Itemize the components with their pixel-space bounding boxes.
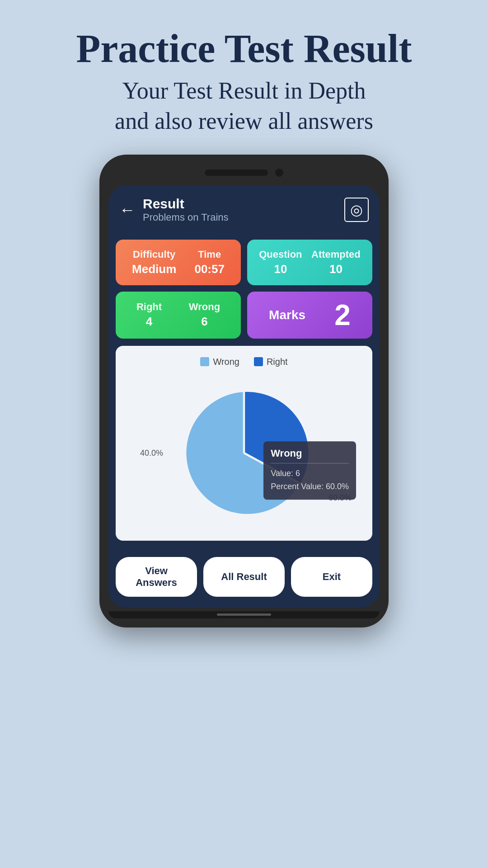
wrong-value: 6	[189, 315, 220, 329]
phone-speaker	[205, 170, 268, 176]
legend-wrong: Wrong	[200, 357, 239, 367]
phone-front-camera	[275, 169, 283, 177]
screenshot-icon[interactable]: ◎	[344, 198, 369, 222]
question-attempted-card: Question 10 Attempted 10	[247, 240, 372, 285]
pie-chart-area: 40.0%	[123, 376, 365, 530]
tooltip-value: Value: 6	[271, 467, 349, 480]
phone-notch	[108, 164, 380, 182]
header-title: Result	[143, 196, 229, 212]
attempted-value: 10	[311, 262, 361, 276]
phone-home-bar	[108, 611, 380, 618]
legend-right: Right	[254, 357, 288, 367]
page-subtitle: Your Test Result in Depth and also revie…	[76, 75, 412, 137]
tooltip-title: Wrong	[271, 448, 349, 463]
phone-mockup: ← Result Problems on Trains ◎ Difficulty…	[99, 155, 389, 627]
question-value: 10	[259, 262, 302, 276]
difficulty-value: Medium	[132, 262, 176, 276]
home-bar-line	[217, 613, 271, 616]
all-result-button[interactable]: All Result	[203, 557, 285, 597]
marks-label: Marks	[269, 308, 305, 322]
time-value: 00:57	[194, 262, 225, 276]
bottom-buttons: ViewAnswers All Result Exit	[108, 548, 380, 608]
marks-stat: Marks	[269, 308, 305, 322]
phone-screen: ← Result Problems on Trains ◎ Difficulty…	[108, 185, 380, 608]
attempted-label: Attempted	[311, 249, 361, 260]
legend-wrong-label: Wrong	[213, 357, 239, 367]
right-wrong-card: Right 4 Wrong 6	[116, 292, 241, 339]
right-label: Right	[136, 301, 162, 313]
attempted-stat: Attempted 10	[311, 249, 361, 276]
wrong-label: Wrong	[189, 301, 220, 313]
difficulty-label: Difficulty	[132, 249, 176, 260]
chart-tooltip: Wrong Value: 6 Percent Value: 60.0%	[263, 441, 356, 500]
app-header: ← Result Problems on Trains ◎	[108, 185, 380, 232]
header-left: ← Result Problems on Trains	[119, 196, 229, 223]
question-stat: Question 10	[259, 249, 302, 276]
chart-container: Wrong Right 40.0%	[116, 346, 372, 541]
question-label: Question	[259, 249, 302, 260]
header-subtitle: Problems on Trains	[143, 212, 229, 223]
header-title-block: Result Problems on Trains	[143, 196, 229, 223]
tooltip-percent: Percent Value: 60.0%	[271, 480, 349, 493]
exit-button[interactable]: Exit	[291, 557, 372, 597]
back-button[interactable]: ←	[119, 202, 136, 218]
view-answers-button[interactable]: ViewAnswers	[116, 557, 197, 597]
difficulty-time-card: Difficulty Medium Time 00:57	[116, 240, 241, 285]
page-header: Practice Test Result Your Test Result in…	[40, 0, 448, 155]
right-percent-label: 40.0%	[140, 448, 163, 458]
right-dot	[254, 357, 263, 366]
time-label: Time	[194, 249, 225, 260]
right-stat: Right 4	[136, 301, 162, 329]
difficulty-stat: Difficulty Medium	[132, 249, 176, 276]
marks-value: 2	[334, 301, 351, 330]
chart-legend: Wrong Right	[123, 357, 365, 367]
marks-value-stat: 2	[334, 301, 351, 330]
marks-card: Marks 2	[247, 292, 372, 339]
wrong-stat: Wrong 6	[189, 301, 220, 329]
time-stat: Time 00:57	[194, 249, 225, 276]
wrong-dot	[200, 357, 209, 366]
right-value: 4	[136, 315, 162, 329]
legend-right-label: Right	[267, 357, 288, 367]
page-title: Practice Test Result	[76, 27, 412, 71]
stats-grid: Difficulty Medium Time 00:57 Question 10…	[108, 232, 380, 346]
